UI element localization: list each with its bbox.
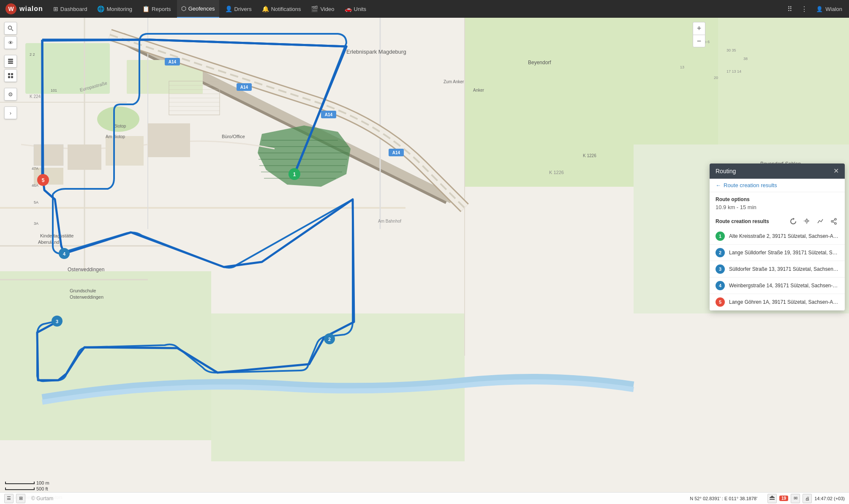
svg-text:K 1226: K 1226 xyxy=(583,153,596,158)
nav-video-label: Video xyxy=(320,6,334,12)
svg-text:Anker: Anker xyxy=(473,88,484,93)
logo[interactable]: W wialon xyxy=(5,3,43,15)
svg-rect-24 xyxy=(34,144,63,166)
nav-monitoring[interactable]: 🌐 Monitoring xyxy=(93,0,136,18)
panel-close-btn[interactable]: ✕ xyxy=(833,168,839,174)
stop-text-4: Weinbergstraße 14, 39171 Sülzetal, Sachs… xyxy=(729,283,839,289)
stop-text-5: Lange Göhren 1A, 39171 Sülzetal, Sachsen… xyxy=(729,299,839,305)
svg-rect-91 xyxy=(11,73,13,75)
share-icon[interactable] xyxy=(829,216,839,226)
user-menu[interactable]: 👤 Wialon xyxy=(814,4,844,14)
mail-btn[interactable]: ✉ xyxy=(791,494,800,503)
svg-marker-103 xyxy=(770,496,774,497)
eye-btn[interactable]: 👁 xyxy=(4,36,17,49)
left-toolbar: 👁 ⚙ › xyxy=(4,22,17,119)
units-icon: 🚗 xyxy=(345,5,352,12)
svg-rect-88 xyxy=(8,61,13,62)
svg-text:Osterweddingen: Osterweddingen xyxy=(68,267,104,272)
nav-dashboard-label: Dashboard xyxy=(60,6,87,12)
svg-line-86 xyxy=(11,29,13,31)
nav-dashboard[interactable]: ⊞ Dashboard xyxy=(49,0,92,18)
notification-badge[interactable]: 19 xyxy=(779,496,788,501)
svg-text:K 1226: K 1226 xyxy=(549,170,564,175)
location-icon[interactable] xyxy=(802,216,812,226)
logo-text: wialon xyxy=(19,5,43,13)
svg-text:17 13 14: 17 13 14 xyxy=(727,69,741,74)
coordinates-display: N 52° 02.8391' : E 011° 38.1878' xyxy=(690,496,757,501)
map-container[interactable]: A14 A14 A14 A14 Europastraße K 224 K 122… xyxy=(0,18,849,504)
svg-text:4: 4 xyxy=(63,251,66,256)
map-view-btn[interactable] xyxy=(4,69,17,82)
route-stop-2[interactable]: 2Lange Sülldorfer Straße 19, 39171 Sülze… xyxy=(710,245,845,261)
route-stop-3[interactable]: 3Sülldorfer Straße 13, 39171 Sülzetal, S… xyxy=(710,261,845,278)
zoom-in-btn[interactable]: + xyxy=(693,22,705,35)
svg-rect-93 xyxy=(11,76,13,78)
svg-text:Zum Anker: Zum Anker xyxy=(444,79,464,84)
svg-text:Büro/Office: Büro/Office xyxy=(222,134,245,139)
layers-btn[interactable] xyxy=(4,55,17,68)
panel-title: Routing xyxy=(716,168,736,174)
nav-drivers[interactable]: 👤 Drivers xyxy=(221,0,256,18)
nav-drivers-label: Drivers xyxy=(234,6,252,12)
stop-badge-5: 5 xyxy=(716,297,725,307)
nav-monitoring-label: Monitoring xyxy=(106,6,132,12)
scale-indicator: 100 m 500 ft xyxy=(5,480,49,491)
svg-text:Grundschule: Grundschule xyxy=(70,288,96,293)
nav-reports-label: Reports xyxy=(152,6,171,12)
grid-view-btn[interactable]: ⊞ xyxy=(16,494,25,503)
svg-text:A14: A14 xyxy=(325,112,333,117)
svg-text:Erlebnispark Magdeburg: Erlebnispark Magdeburg xyxy=(346,49,406,55)
svg-point-95 xyxy=(806,221,807,221)
stop-text-2: Lange Sülldorfer Straße 19, 39171 Sülzet… xyxy=(729,250,839,256)
track-icon[interactable] xyxy=(815,216,825,226)
svg-text:3A: 3A xyxy=(34,221,38,226)
svg-line-100 xyxy=(833,222,835,223)
nav-geofences[interactable]: ⬡ Geofences xyxy=(177,0,219,18)
search-btn[interactable] xyxy=(4,22,17,35)
svg-rect-101 xyxy=(770,497,775,498)
expand-btn[interactable]: › xyxy=(4,106,17,119)
scale-ruler-500ft xyxy=(5,488,35,490)
refresh-icon[interactable] xyxy=(788,216,798,226)
svg-text:101: 101 xyxy=(51,88,57,93)
svg-text:A14: A14 xyxy=(392,150,400,155)
list-view-btn[interactable]: ☰ xyxy=(4,494,14,503)
svg-text:Aberuland: Aberuland xyxy=(38,240,59,245)
nav-video[interactable]: 🎬 Video xyxy=(307,0,338,18)
settings-btn[interactable]: ⚙ xyxy=(4,88,17,101)
nav-units[interactable]: 🚗 Units xyxy=(340,0,371,18)
panel-back-btn[interactable]: ← Route creation results xyxy=(710,179,845,192)
svg-rect-28 xyxy=(148,123,190,157)
grid-icon[interactable]: ⠿ xyxy=(786,3,794,15)
reports-icon: 📋 xyxy=(142,5,150,12)
route-stop-1[interactable]: 1Alte Kreisstraße 2, 39171 Sülzetal, Sac… xyxy=(710,228,845,245)
svg-rect-26 xyxy=(68,144,101,170)
scale-label-100m: 100 m xyxy=(36,480,49,485)
nav-right-section: ⠿ ⋮ 👤 Wialon xyxy=(786,3,844,15)
printer-btn[interactable]: 🖨 xyxy=(803,494,812,503)
stop-text-1: Alte Kreisstraße 2, 39171 Sülzetal, Sach… xyxy=(729,233,839,239)
layers-status-btn[interactable] xyxy=(767,494,777,503)
svg-text:W: W xyxy=(8,5,14,12)
route-options-section: Route options 10.9 km - 15 min xyxy=(710,192,845,214)
svg-text:30 35: 30 35 xyxy=(727,48,736,52)
more-icon[interactable]: ⋮ xyxy=(799,3,809,15)
svg-rect-92 xyxy=(8,76,10,78)
coord-left: ☰ ⊞ © Gurtam xyxy=(4,494,53,503)
svg-text:K 224: K 224 xyxy=(30,94,41,99)
top-navigation: W wialon ⊞ Dashboard 🌐 Monitoring 📋 Repo… xyxy=(0,0,849,18)
svg-rect-90 xyxy=(8,73,10,75)
back-label: Route creation results xyxy=(724,182,777,188)
zoom-out-btn[interactable]: − xyxy=(693,35,705,47)
svg-text:47A: 47A xyxy=(32,166,38,171)
route-stop-4[interactable]: 4Weinbergstraße 14, 39171 Sülzetal, Sach… xyxy=(710,278,845,294)
nav-notifications[interactable]: 🔔 Notifications xyxy=(258,0,305,18)
route-stop-5[interactable]: 5Lange Göhren 1A, 39171 Sülzetal, Sachse… xyxy=(710,294,845,311)
back-arrow-icon: ← xyxy=(716,182,721,188)
svg-text:Beyendorf: Beyendorf xyxy=(528,60,551,65)
gurtam-credit: © Gurtam xyxy=(31,496,53,501)
svg-rect-27 xyxy=(106,136,144,166)
nav-reports[interactable]: 📋 Reports xyxy=(138,0,175,18)
svg-text:2: 2 xyxy=(328,337,331,342)
drivers-icon: 👤 xyxy=(225,5,232,12)
